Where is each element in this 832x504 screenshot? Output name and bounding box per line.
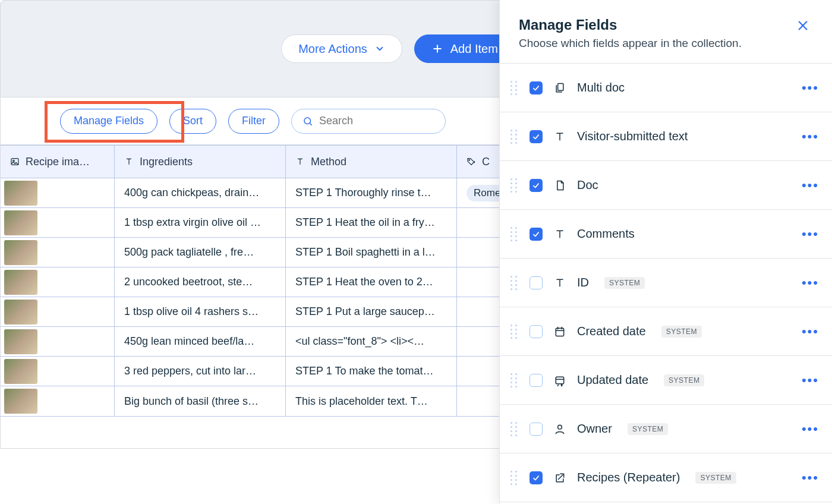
column-method[interactable]: Method bbox=[286, 146, 457, 178]
field-label: Created date bbox=[577, 325, 646, 338]
field-checkbox[interactable] bbox=[530, 179, 543, 192]
field-checkbox[interactable] bbox=[530, 471, 543, 484]
cell-ingredients: 3 red peppers, cut into lar… bbox=[115, 357, 286, 386]
cell-text: 3 red peppers, cut into lar… bbox=[124, 365, 256, 377]
cell-cu bbox=[457, 297, 500, 326]
search-input[interactable] bbox=[319, 115, 434, 127]
system-badge: SYSTEM bbox=[661, 326, 702, 338]
column-ingredients[interactable]: Ingredients bbox=[115, 146, 286, 178]
field-checkbox[interactable] bbox=[530, 374, 543, 387]
drag-handle-icon[interactable] bbox=[510, 130, 519, 144]
system-badge: SYSTEM bbox=[604, 277, 645, 289]
system-badge: SYSTEM bbox=[628, 423, 668, 435]
close-button[interactable] bbox=[793, 17, 813, 34]
cell-method: STEP 1 Heat the oven to 2… bbox=[286, 267, 457, 297]
system-badge: SYSTEM bbox=[664, 374, 704, 386]
more-horizontal-icon: ••• bbox=[802, 470, 819, 485]
field-label: Doc bbox=[577, 178, 598, 192]
search-field[interactable] bbox=[291, 109, 446, 134]
field-more-button[interactable]: ••• bbox=[802, 226, 819, 242]
column-label: Ingredients bbox=[140, 156, 193, 168]
close-icon bbox=[796, 19, 809, 32]
cell-text: 400g can chickpeas, drain… bbox=[124, 187, 259, 199]
thumbnail bbox=[4, 300, 37, 325]
column-cu[interactable]: Cu bbox=[457, 146, 500, 178]
filter-button[interactable]: Filter bbox=[228, 109, 279, 134]
field-label: Comments bbox=[577, 227, 635, 241]
field-row: Created dateSYSTEM••• bbox=[500, 307, 832, 356]
column-label: Method bbox=[311, 156, 346, 168]
cell-ingredients: 500g pack tagliatelle , fre… bbox=[115, 238, 286, 267]
field-checkbox[interactable] bbox=[530, 423, 543, 436]
field-more-button[interactable]: ••• bbox=[802, 421, 819, 437]
svg-point-2 bbox=[304, 118, 311, 124]
drag-handle-icon[interactable] bbox=[510, 325, 519, 339]
field-more-button[interactable]: ••• bbox=[802, 275, 819, 291]
cell-cu bbox=[457, 386, 500, 416]
field-checkbox[interactable] bbox=[530, 228, 543, 241]
thumbnail bbox=[4, 240, 37, 265]
field-more-button[interactable]: ••• bbox=[802, 324, 819, 339]
field-more-button[interactable]: ••• bbox=[802, 80, 819, 96]
field-label: ID bbox=[577, 276, 589, 289]
cell-cu bbox=[457, 238, 500, 267]
cell-ingredients: Big bunch of basil (three s… bbox=[115, 386, 286, 416]
cell-text: STEP 1 Put a large saucep… bbox=[295, 305, 435, 318]
link-out-icon bbox=[553, 472, 566, 484]
image-icon bbox=[10, 157, 20, 166]
more-horizontal-icon: ••• bbox=[802, 80, 819, 95]
drag-handle-icon[interactable] bbox=[510, 471, 519, 485]
cell-recipe-image bbox=[1, 297, 115, 326]
field-label: Recipes (Repeater) bbox=[577, 471, 680, 484]
field-checkbox[interactable] bbox=[530, 276, 543, 289]
field-row: Comments••• bbox=[500, 210, 832, 259]
manage-fields-button[interactable]: Manage Fields bbox=[60, 109, 157, 134]
cell-text: 1 tbsp extra virgin olive oil … bbox=[124, 216, 261, 229]
field-row: IDSYSTEM••• bbox=[500, 259, 832, 307]
panel-subtitle: Choose which fields appear in the collec… bbox=[519, 37, 783, 50]
cell-ingredients: 450g lean minced beef/la… bbox=[115, 327, 286, 356]
tag-icon bbox=[467, 157, 476, 166]
field-more-button[interactable]: ••• bbox=[802, 129, 819, 144]
thumbnail bbox=[4, 329, 37, 354]
field-more-button[interactable]: ••• bbox=[802, 373, 819, 388]
field-checkbox[interactable] bbox=[530, 81, 543, 94]
drag-handle-icon[interactable] bbox=[510, 373, 519, 388]
doc-icon bbox=[553, 179, 566, 191]
thumbnail bbox=[4, 389, 37, 414]
column-recipe-image[interactable]: Recipe ima… bbox=[1, 146, 115, 178]
thumbnail bbox=[4, 210, 37, 235]
field-checkbox[interactable] bbox=[530, 130, 543, 143]
drag-handle-icon[interactable] bbox=[510, 178, 519, 193]
more-horizontal-icon: ••• bbox=[802, 324, 819, 339]
field-list: Multi doc•••Visitor-submitted text•••Doc… bbox=[500, 64, 832, 504]
more-horizontal-icon: ••• bbox=[802, 275, 819, 290]
cell-text: STEP 1 Heat the oven to 2… bbox=[295, 276, 433, 288]
cell-text: STEP 1 Heat the oil in a fry… bbox=[295, 216, 435, 229]
calendar-sync-icon bbox=[553, 374, 566, 386]
cell-text: STEP 1 Boil spaghetti in a l… bbox=[295, 246, 436, 259]
search-icon bbox=[302, 116, 313, 127]
more-horizontal-icon: ••• bbox=[802, 373, 819, 388]
add-item-label: Add Item bbox=[450, 42, 498, 56]
more-actions-label: More Actions bbox=[298, 42, 367, 56]
drag-handle-icon[interactable] bbox=[510, 81, 519, 95]
cell-text: STEP 1 Thoroughly rinse t… bbox=[295, 187, 431, 199]
multidoc-icon bbox=[553, 82, 566, 94]
svg-point-5 bbox=[13, 160, 15, 162]
field-more-button[interactable]: ••• bbox=[802, 470, 819, 486]
field-more-button[interactable]: ••• bbox=[802, 178, 819, 193]
sort-button[interactable]: Sort bbox=[169, 109, 216, 134]
cell-method: STEP 1 To make the tomat… bbox=[286, 357, 457, 386]
field-checkbox[interactable] bbox=[530, 325, 543, 338]
cell-method: STEP 1 Thoroughly rinse t… bbox=[286, 178, 457, 207]
drag-handle-icon[interactable] bbox=[510, 276, 519, 290]
more-horizontal-icon: ••• bbox=[802, 226, 819, 241]
field-row: Visitor-submitted text••• bbox=[500, 112, 832, 161]
drag-handle-icon[interactable] bbox=[510, 422, 519, 436]
more-actions-button[interactable]: More Actions bbox=[281, 34, 402, 63]
field-label: Multi doc bbox=[577, 81, 625, 94]
drag-handle-icon[interactable] bbox=[510, 227, 519, 241]
panel-header: Manage Fields Choose which fields appear… bbox=[500, 0, 832, 64]
text-icon bbox=[553, 228, 566, 240]
